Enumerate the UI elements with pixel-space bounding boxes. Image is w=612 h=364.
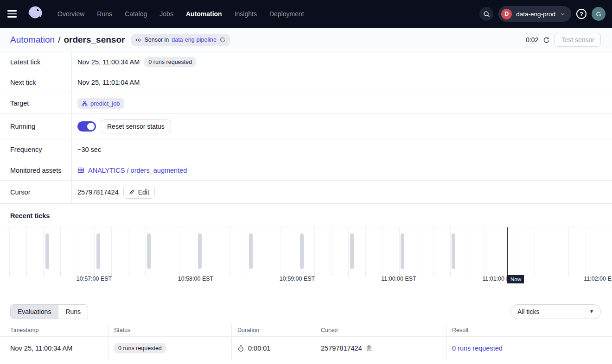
dagster-logo-icon[interactable] (26, 4, 45, 24)
sensor-tick-bar[interactable] (96, 233, 100, 269)
axis-tick-mark (332, 273, 332, 276)
sensor-type-badge: Sensor in data-eng-pipeline (131, 34, 230, 46)
axis-tick-label: 11:02:00 EST (584, 276, 612, 282)
help-icon: ? (580, 11, 583, 18)
tick-result-link[interactable]: 0 runs requested (452, 345, 503, 352)
sensor-tick-bar[interactable] (452, 233, 455, 269)
chart-gridline (26, 227, 27, 273)
nav-item-insights[interactable]: Insights (235, 10, 257, 18)
table-row: Nov 25, 11:00:34 AM 0 runs requested 0:0… (0, 337, 612, 360)
evaluations-section: Evaluations Runs All ticks ▼ Timestamp S… (0, 299, 612, 360)
stopwatch-icon (237, 345, 244, 352)
monitored-asset-link[interactable]: ANALYTICS / orders_augmented (77, 167, 187, 174)
frequency-label: Frequency (0, 139, 72, 160)
chart-gridline (9, 227, 10, 273)
hamburger-menu-icon[interactable] (7, 10, 19, 17)
tab-evaluations[interactable]: Evaluations (11, 305, 58, 319)
chart-gridline (382, 227, 382, 273)
axis-tick-mark (450, 273, 451, 276)
chart-gridline (145, 227, 146, 273)
sync-icon[interactable] (219, 37, 226, 43)
edit-cursor-button[interactable]: Edit (123, 186, 155, 199)
sensor-badge-text: Sensor in (144, 37, 169, 43)
latest-tick-label: Latest tick (0, 52, 72, 72)
sensor-tick-bar[interactable] (350, 233, 354, 269)
chart-gridline (60, 227, 61, 273)
axis-tick-mark (145, 273, 146, 276)
search-button[interactable] (479, 7, 493, 21)
tab-runs[interactable]: Runs (58, 305, 88, 319)
dropdown-caret-icon: ▼ (589, 309, 594, 314)
chart-gridline (568, 227, 569, 273)
refresh-countdown: 0:02 (526, 36, 538, 44)
running-toggle[interactable] (77, 121, 96, 132)
sensor-tick-bar[interactable] (249, 233, 253, 269)
row-cursor: Cursor 25797817424 Edit (0, 181, 612, 204)
sensor-tick-bar[interactable] (147, 233, 151, 269)
col-cursor: Cursor (315, 324, 446, 336)
axis-tick-mark (9, 273, 10, 276)
nav-links: Overview Runs Catalog Jobs Automation In… (57, 10, 304, 18)
axis-tick-mark (247, 273, 247, 276)
row-monitored-assets: Monitored assets ANALYTICS / orders_augm… (0, 160, 612, 181)
breadcrumb-separator: / (58, 35, 60, 45)
recent-ticks-heading: Recent ticks (0, 204, 612, 227)
chart-gridline (433, 227, 434, 273)
axis-tick-mark (43, 273, 44, 276)
chart-gridline (196, 227, 196, 273)
target-label: Target (0, 93, 72, 113)
copy-icon[interactable] (366, 345, 372, 351)
col-timestamp: Timestamp (0, 324, 108, 336)
chart-gridline (264, 227, 264, 273)
row-target: Target predict_job (0, 93, 612, 114)
tick-filter-dropdown[interactable]: All ticks ▼ (510, 304, 601, 319)
chart-gridline (518, 227, 518, 273)
reset-sensor-status-label: Reset sensor status (107, 123, 165, 130)
nav-item-automation[interactable]: Automation (186, 10, 222, 18)
nav-item-deployment[interactable]: Deployment (269, 10, 304, 18)
next-tick-label: Next tick (0, 72, 72, 93)
axis-tick-mark (26, 273, 27, 276)
axis-tick-mark (433, 273, 434, 276)
refresh-icon[interactable] (543, 37, 550, 44)
deployment-name: data-eng-prod (516, 11, 555, 18)
job-icon (82, 100, 88, 107)
chart-gridline (467, 227, 467, 273)
axis-tick-label: 10:58:00 EST (178, 276, 213, 282)
cursor-label: Cursor (0, 181, 72, 203)
search-icon (483, 10, 491, 18)
top-nav: Overview Runs Catalog Jobs Automation In… (0, 0, 612, 28)
col-result: Result (446, 324, 612, 336)
nav-item-catalog[interactable]: Catalog (125, 10, 147, 18)
recent-ticks-chart: 10:57:00 EST10:58:00 EST10:59:00 EST11:0… (0, 227, 612, 286)
help-button[interactable]: ? (576, 9, 586, 19)
axis-tick-mark (264, 273, 264, 276)
nav-item-overview[interactable]: Overview (57, 10, 84, 18)
deployment-switcher[interactable]: D data-eng-prod (498, 6, 571, 22)
nav-item-runs[interactable]: Runs (97, 10, 112, 18)
sensor-tick-bar[interactable] (401, 233, 404, 269)
test-sensor-button[interactable]: Test sensor (555, 33, 601, 47)
axis-tick-mark (230, 273, 230, 276)
avatar-initial: G (596, 11, 601, 18)
chart-gridline (298, 227, 298, 273)
sensor-tick-bar[interactable] (300, 233, 304, 269)
chart-gridline (552, 227, 552, 273)
chart-gridline (332, 227, 332, 273)
chart-gridline (213, 227, 213, 273)
reset-sensor-status-button[interactable]: Reset sensor status (101, 119, 171, 133)
sensor-tick-bar[interactable] (198, 233, 202, 269)
nav-item-jobs[interactable]: Jobs (159, 10, 173, 18)
nav-right-cluster: D data-eng-prod ? G (479, 6, 606, 22)
page-header: Automation / orders_sensor Sensor in dat… (0, 28, 612, 52)
breadcrumb-automation-link[interactable]: Automation (10, 35, 55, 45)
user-avatar[interactable]: G (592, 7, 606, 21)
test-sensor-label: Test sensor (561, 36, 594, 44)
target-job-chip[interactable]: predict_job (77, 98, 124, 109)
cursor-value: 25797817424 (77, 188, 119, 196)
chart-gridline (77, 227, 77, 273)
axis-tick-label: 10:57:00 EST (76, 276, 112, 282)
sensor-tick-bar[interactable] (45, 233, 49, 269)
chart-gridline (230, 227, 230, 273)
code-location-link[interactable]: data-eng-pipeline (172, 37, 217, 43)
